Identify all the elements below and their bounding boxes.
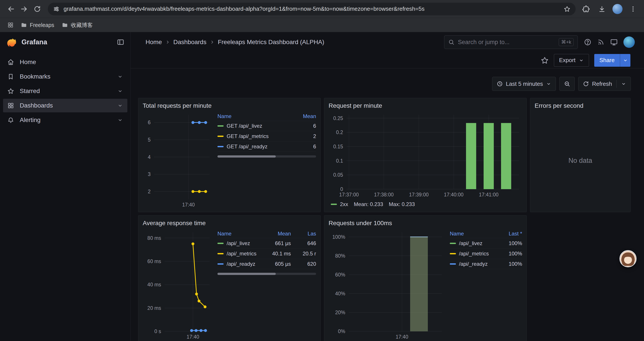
share-split-button: Share — [594, 54, 630, 67]
user-avatar[interactable] — [624, 37, 635, 48]
collapse-sidebar-icon[interactable] — [117, 38, 124, 46]
sidebar-item-bookmarks[interactable]: Bookmarks — [3, 70, 127, 83]
sidebar-item-label: Home — [20, 59, 36, 66]
legend-column-header[interactable]: Last * — [497, 231, 522, 237]
brand-name[interactable]: Grafana — [22, 38, 112, 46]
news-rss-icon[interactable] — [597, 38, 604, 46]
legend-header: NameMeanLas — [218, 229, 316, 238]
chevron-down-icon[interactable] — [117, 88, 123, 94]
panel-title[interactable]: Total requests per minute — [143, 101, 316, 112]
panel-requests-under-100ms: Requests under 100ms 100%80%60%40%20%0%1… — [324, 215, 527, 341]
panel-grid: Total requests per minute 6543217:40 Nam… — [138, 98, 631, 341]
chevron-right-icon — [210, 40, 215, 45]
panel-title[interactable]: Request per minute — [328, 101, 522, 112]
site-settings-icon[interactable] — [53, 6, 60, 12]
export-label: Export — [559, 57, 576, 64]
legend-column-header[interactable]: Las — [291, 231, 316, 237]
sidebar-nav: Home Bookmarks Starred Dashboards — [0, 52, 130, 130]
export-button[interactable]: Export — [554, 54, 589, 67]
downloads-button[interactable] — [595, 3, 608, 16]
chevron-down-icon — [623, 58, 628, 63]
bookmark-folder-blogs[interactable]: 收藏博客 — [59, 20, 95, 30]
panel-errors-per-second: Errors per second No data — [530, 98, 631, 212]
chevron-down-icon — [546, 81, 551, 87]
time-range-picker[interactable]: Last 5 minutes — [492, 77, 556, 91]
refresh-button[interactable]: Refresh — [578, 77, 631, 91]
chart-average-response-time: 80 ms60 ms40 ms20 ms0 s17:40 — [143, 229, 212, 341]
search-input[interactable]: Search or jump to... ⌘+k — [444, 35, 578, 49]
extensions-button[interactable] — [580, 3, 593, 16]
browser-menu-button[interactable] — [626, 3, 640, 16]
legend-scrollbar[interactable] — [218, 273, 316, 275]
legend-row[interactable]: /api/_readyz605 µs620 — [218, 259, 316, 269]
legend-row[interactable]: /api/_livez100% — [450, 238, 522, 249]
grafana-logo-icon[interactable] — [6, 37, 17, 47]
y-tick-label: 0.25 — [328, 115, 343, 121]
sidebar-header: Grafana — [0, 32, 130, 52]
star-icon — [8, 88, 14, 94]
sidebar-item-home[interactable]: Home — [3, 55, 127, 69]
legend-table: NameMeanGET /api/_livez6GET /api/_metric… — [218, 112, 316, 209]
floating-assistant-avatar[interactable] — [620, 250, 636, 267]
sidebar-item-alerting[interactable]: Alerting — [3, 113, 127, 127]
legend-row[interactable]: /api/_livez661 µs646 — [218, 238, 316, 249]
main-area: Home Dashboards Freeleaps Metrics Dashbo… — [131, 32, 644, 341]
sidebar-item-label: Bookmarks — [20, 73, 50, 80]
y-tick-label: 60 ms — [143, 258, 161, 264]
clock-icon — [497, 81, 503, 87]
chart-requests-under-100ms: 100%80%60%40%20%0%17:40 — [328, 229, 445, 341]
dashboard-action-bar: Export Share — [131, 52, 644, 69]
legend-row[interactable]: GET /api/_livez6 — [218, 121, 316, 131]
legend-header: NameLast * — [450, 229, 522, 238]
series-color-swatch — [218, 263, 224, 265]
legend-scrollbar[interactable] — [218, 155, 316, 158]
favorite-star-icon[interactable] — [541, 56, 549, 64]
breadcrumb-home[interactable]: Home — [146, 39, 162, 46]
chevron-down-icon[interactable] — [621, 81, 626, 87]
bookmark-star-icon[interactable] — [564, 6, 570, 12]
legend-row[interactable]: GET /api/_metrics2 — [218, 131, 316, 142]
y-tick-label: 4 — [143, 154, 150, 160]
forward-button[interactable] — [18, 3, 31, 16]
back-button[interactable] — [4, 3, 18, 16]
dashboard-controls: Last 5 minutes Refresh — [138, 77, 631, 91]
chevron-down-icon[interactable] — [117, 117, 123, 123]
reload-button[interactable] — [31, 3, 44, 16]
zoom-out-button[interactable] — [560, 77, 575, 91]
browser-profile-avatar[interactable] — [612, 4, 622, 14]
zoom-out-icon — [564, 81, 570, 87]
panel-title[interactable]: Requests under 100ms — [328, 218, 522, 229]
chevron-down-icon[interactable] — [117, 103, 123, 108]
legend-row[interactable]: GET /api/_readyz6 — [218, 142, 316, 152]
legend-row[interactable]: /api/_metrics40.1 ms20.5 r — [218, 249, 316, 259]
y-tick-label: 80 ms — [143, 235, 161, 241]
sidebar-item-dashboards[interactable]: Dashboards — [3, 99, 127, 112]
bookmark-folder-freeleaps[interactable]: Freeleaps — [18, 21, 57, 30]
legend-column-header[interactable]: Mean — [291, 113, 316, 119]
apps-grid-button[interactable] — [5, 20, 16, 30]
chevron-right-icon — [165, 40, 170, 45]
legend-column-header[interactable]: Mean — [266, 231, 291, 237]
chevron-down-icon[interactable] — [117, 74, 123, 80]
grafana-app: Grafana Home Bookmarks Starred — [0, 32, 644, 341]
monitor-icon[interactable] — [610, 38, 618, 46]
y-tick-label: 0 — [328, 186, 343, 192]
panel-title[interactable]: Errors per second — [534, 101, 626, 112]
y-tick-label: 0.15 — [328, 144, 343, 149]
url-bar[interactable]: grafana.mathmast.com/d/deytv4rwavabkb/fr… — [48, 3, 576, 15]
share-menu-button[interactable] — [620, 54, 630, 67]
sidebar-item-starred[interactable]: Starred — [3, 84, 127, 98]
y-tick-label: 100% — [328, 234, 345, 240]
legend-row[interactable]: /api/_metrics100% — [450, 249, 522, 259]
y-tick-label: 20 ms — [143, 305, 161, 311]
kebab-menu-icon — [630, 6, 636, 13]
share-label: Share — [600, 57, 615, 64]
panel-title[interactable]: Average response time — [143, 218, 316, 229]
share-button[interactable]: Share — [594, 54, 620, 67]
series-color-swatch — [450, 243, 456, 244]
legend-row[interactable]: /api/_readyz100% — [450, 259, 522, 269]
help-icon[interactable] — [584, 38, 592, 46]
bookmark-icon — [8, 73, 14, 80]
breadcrumb-dashboards[interactable]: Dashboards — [174, 39, 206, 46]
legend-series-label[interactable]: 2xx — [340, 201, 348, 207]
